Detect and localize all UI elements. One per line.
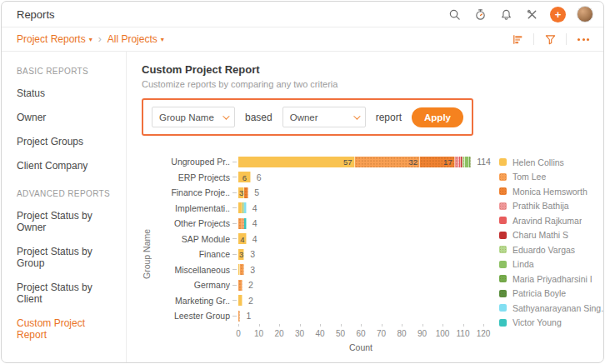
owner-select[interactable]: Owner <box>282 107 366 127</box>
chart-bar-segment[interactable] <box>469 157 471 167</box>
category-label: Germany <box>153 280 230 290</box>
chart-bar-segment[interactable] <box>244 218 246 229</box>
chart-row: Marketing Gr..2 <box>153 293 491 309</box>
page-title: Reports <box>17 8 55 21</box>
breadcrumb-row: Project Reports ▾ › All Projects ▾ <box>2 27 603 52</box>
chart-bar-segment[interactable] <box>244 202 246 213</box>
breadcrumb-label: All Projects <box>108 33 158 45</box>
report-subtitle: Customize reports by comparing any two c… <box>142 79 604 89</box>
chart-bar-segment[interactable]: 32 <box>355 157 420 167</box>
sidebar-item-project-groups[interactable]: Project Groups <box>17 129 118 153</box>
legend-item[interactable]: Sathyanarayanan Sing... <box>499 301 604 316</box>
legend-item[interactable]: Maria Priyadharsini I <box>499 272 604 287</box>
chart-bar-segment[interactable] <box>244 187 248 198</box>
category-tick <box>232 254 237 255</box>
chart-plot: Group Name Ungrouped Pr..573217114ERP Pr… <box>153 154 491 352</box>
category-tick <box>232 316 237 317</box>
tools-icon[interactable] <box>524 7 539 22</box>
breadcrumb-separator: › <box>98 33 102 45</box>
chart-bar-segment[interactable] <box>238 295 242 306</box>
chart-row: ERP Projects66 <box>153 170 491 186</box>
chart-bar-segment[interactable]: 6 <box>238 172 251 182</box>
filter-icon[interactable] <box>542 32 558 47</box>
x-tick-mark <box>442 324 443 327</box>
bar-total-label: 6 <box>257 172 262 182</box>
sidebar-item-project-status-by-owner[interactable]: Project Status by Owner <box>17 203 118 239</box>
chart-bar-segment[interactable]: 17 <box>420 157 455 167</box>
group-name-select[interactable]: Group Name <box>152 107 235 127</box>
legend-swatch <box>499 202 507 210</box>
legend-label: Patricia Boyle <box>512 288 566 298</box>
x-tick-mark <box>320 324 321 327</box>
legend-item[interactable]: Linda <box>499 257 604 272</box>
x-tick-label: 30 <box>295 329 304 338</box>
breadcrumb-project-reports[interactable]: Project Reports ▾ <box>17 33 92 45</box>
category-tick <box>232 162 237 162</box>
legend-item[interactable]: Eduardo Vargas <box>499 242 604 257</box>
sidebar-item-owner[interactable]: Owner <box>17 105 118 129</box>
x-tick-mark <box>483 324 484 327</box>
legend-item[interactable]: Tom Lee <box>499 170 604 185</box>
timer-icon[interactable] <box>472 7 488 22</box>
more-icon[interactable] <box>575 36 592 43</box>
x-tick-mark <box>463 324 464 327</box>
chart-bar-segment[interactable]: 3 <box>238 249 244 260</box>
legend-label: Prathik Bathija <box>512 201 569 211</box>
x-tick-mark <box>279 324 280 327</box>
stacked-bar: 4 <box>238 233 247 244</box>
topbar-actions: + <box>447 6 593 22</box>
bar-total-label: 3 <box>250 265 255 275</box>
sidebar-section-title: ADVANCED REPORTS <box>17 189 118 198</box>
x-tick-label: 50 <box>336 329 345 338</box>
category-label: Finance Proje.. <box>153 187 230 197</box>
legend-item[interactable]: Monica Hemsworth <box>499 184 604 199</box>
legend-item[interactable]: Patricia Boyle <box>499 287 604 302</box>
report-title: Custom Project Report <box>142 63 604 76</box>
legend-item[interactable]: Aravind Rajkumar <box>499 213 604 228</box>
x-tick-mark <box>238 324 239 327</box>
legend-item[interactable]: Victor Young <box>499 316 604 331</box>
report-icon[interactable] <box>510 32 525 47</box>
report-label: report <box>376 112 402 123</box>
sidebar-item-project-status-by-client[interactable]: Project Status by Client <box>17 275 118 311</box>
x-tick-mark <box>402 324 402 327</box>
legend-swatch <box>499 261 507 268</box>
segment-value-label: 32 <box>408 157 418 167</box>
chart-bar-segment[interactable]: 4 <box>238 233 247 244</box>
stacked-bar: 3 <box>238 249 244 260</box>
chart-bar-segment[interactable] <box>238 280 242 291</box>
x-tick-mark <box>300 324 301 327</box>
legend-item[interactable]: Prathik Bathija <box>499 199 604 214</box>
sidebar-item-client-company[interactable]: Client Company <box>17 153 118 177</box>
legend-swatch <box>499 246 507 253</box>
category-tick <box>232 207 237 208</box>
chart-row: Other Projects4 <box>153 216 491 232</box>
search-icon[interactable] <box>447 7 462 22</box>
sidebar-item-custom-project-report[interactable]: Custom Project Report <box>17 311 118 347</box>
legend-item[interactable]: Charu Mathi S <box>499 228 604 243</box>
bell-icon[interactable] <box>498 7 513 22</box>
legend-label: Linda <box>512 259 534 269</box>
breadcrumb-all-projects[interactable]: All Projects ▾ <box>108 33 164 45</box>
legend-item[interactable]: Helen Collins <box>499 155 604 170</box>
segment-value-label: 3 <box>239 250 243 259</box>
chart: Group Name Ungrouped Pr..573217114ERP Pr… <box>142 154 604 352</box>
sidebar-item-status[interactable]: Status <box>17 81 118 105</box>
legend-swatch <box>499 290 507 297</box>
chart-bar-segment[interactable]: 3 <box>238 187 244 198</box>
sidebar-item-project-status-by-group[interactable]: Project Status by Group <box>17 239 118 275</box>
x-tick-label: 80 <box>397 329 406 338</box>
legend-label: Victor Young <box>512 317 562 327</box>
chart-bar-segment[interactable] <box>238 311 240 322</box>
x-tick-label: 110 <box>457 329 470 338</box>
bar-total-label: 4 <box>252 218 258 228</box>
add-icon[interactable]: + <box>550 7 566 22</box>
apply-button[interactable]: Apply <box>412 107 463 127</box>
stacked-bar <box>238 311 240 322</box>
app-window: Reports + Project Reports ▾ › All Proj <box>1 1 604 363</box>
legend-label: Eduardo Vargas <box>512 245 575 255</box>
chart-bar-segment[interactable]: 57 <box>238 157 355 167</box>
category-label: Miscellaneous <box>153 265 230 275</box>
chart-bar-segment[interactable] <box>240 264 244 275</box>
avatar[interactable] <box>577 6 593 22</box>
